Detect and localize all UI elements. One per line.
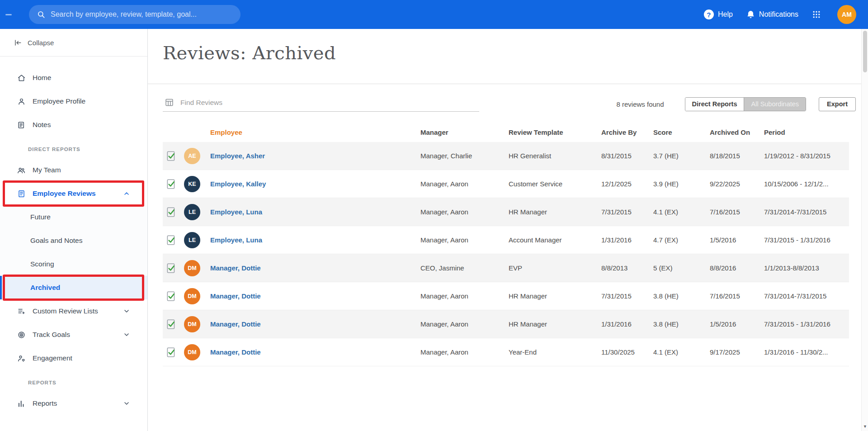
header-employee: Employee (210, 128, 420, 136)
employee-link[interactable]: Manager, Dottie (210, 348, 261, 356)
sidebar-item-label: Custom Review Lists (33, 307, 98, 315)
archive-by-cell: 7/31/2015 (601, 208, 653, 216)
find-reviews-field[interactable] (163, 96, 479, 112)
employee-link[interactable]: Employee, Luna (210, 208, 262, 216)
archived-on-cell: 1/5/2016 (710, 320, 764, 328)
sidebar-item-employee-profile[interactable]: Employee Profile (0, 90, 147, 113)
sidebar-item-label: My Team (33, 166, 61, 174)
sidebar-item-label: Employee Reviews (33, 189, 96, 198)
sidebar-item-employee-reviews[interactable]: Employee Reviews (0, 182, 147, 205)
table-row[interactable]: DM Manager, Dottie Manager, Aaron HR Man… (163, 282, 849, 310)
sidebar: Collapse Home Employee Profile Notes DIR… (0, 29, 148, 431)
notifications-button[interactable]: Notifications (746, 10, 798, 19)
collapse-arrow-icon (14, 38, 22, 47)
table-row[interactable]: KE Employee, Kalley Manager, Aaron Custo… (163, 170, 849, 198)
archive-by-cell: 1/31/2016 (601, 236, 653, 244)
sidebar-item-notes[interactable]: Notes (0, 113, 147, 137)
search-icon (37, 10, 45, 19)
employee-link[interactable]: Manager, Dottie (210, 292, 261, 300)
table-row[interactable]: AE Employee, Asher Manager, Charlie HR G… (163, 142, 849, 170)
score-cell: 5 (EX) (653, 264, 710, 272)
reviews-toolbar: 8 reviews found Direct Reports All Subor… (163, 94, 856, 114)
manager-cell: Manager, Aaron (420, 320, 509, 328)
note-icon (17, 121, 26, 129)
target-icon (17, 331, 26, 339)
chevron-up-icon (123, 190, 130, 197)
sidebar-item-label: Goals and Notes (30, 237, 82, 245)
employee-avatar: DM (184, 288, 200, 304)
sidebar-nav: Home Employee Profile Notes DIRECT REPOR… (0, 66, 147, 415)
export-button[interactable]: Export (819, 97, 856, 111)
table-row[interactable]: LE Employee, Luna Manager, Aaron Account… (163, 226, 849, 254)
section-direct-reports: DIRECT REPORTS (0, 137, 147, 158)
review-check-icon[interactable] (163, 150, 184, 162)
manager-cell: Manager, Aaron (420, 348, 509, 356)
sidebar-item-label: Home (33, 74, 51, 82)
sidebar-item-scoring[interactable]: Scoring (0, 252, 147, 276)
review-check-icon[interactable] (163, 206, 184, 218)
review-check-icon[interactable] (163, 234, 184, 246)
list-plus-icon (17, 307, 26, 316)
table-row[interactable]: DM Manager, Dottie Manager, Aaron HR Man… (163, 310, 849, 338)
table-row[interactable]: DM Manager, Dottie CEO, Jasmine EVP 8/8/… (163, 254, 849, 282)
template-cell: Year-End (509, 348, 601, 356)
table-row[interactable]: LE Employee, Luna Manager, Aaron HR Mana… (163, 198, 849, 226)
sidebar-item-my-team[interactable]: My Team (0, 158, 147, 182)
template-cell: Account Manager (509, 236, 601, 244)
template-cell: HR Manager (509, 208, 601, 216)
header-score: Score (653, 128, 710, 136)
archived-on-cell: 8/18/2015 (710, 152, 764, 160)
review-check-icon[interactable] (163, 178, 184, 190)
template-cell: HR Generalist (509, 152, 601, 160)
engagement-icon (17, 354, 26, 363)
scrollbar[interactable]: ▼ (861, 29, 868, 431)
sidebar-item-track-goals[interactable]: Track Goals (0, 323, 147, 346)
sidebar-item-label: Reports (33, 399, 57, 407)
sidebar-item-reports[interactable]: Reports (0, 392, 147, 415)
review-check-icon[interactable] (163, 262, 184, 274)
chevron-down-icon (123, 331, 130, 338)
table-row[interactable]: DM Manager, Dottie Manager, Aaron Year-E… (163, 338, 849, 366)
sidebar-item-engagement[interactable]: Engagement (0, 346, 147, 370)
employee-link[interactable]: Manager, Dottie (210, 264, 261, 272)
employee-link[interactable]: Employee, Luna (210, 236, 262, 244)
bell-icon (746, 10, 755, 19)
help-button[interactable]: ? Help (704, 9, 733, 19)
user-avatar[interactable]: AM (837, 5, 856, 24)
find-reviews-input[interactable] (180, 99, 477, 107)
review-check-icon[interactable] (163, 346, 184, 358)
template-cell: HR Manager (509, 292, 601, 300)
manager-cell: Manager, Aaron (420, 180, 509, 188)
team-icon (17, 166, 26, 175)
sidebar-item-custom-review-lists[interactable]: Custom Review Lists (0, 299, 147, 323)
review-check-icon[interactable] (163, 318, 184, 330)
employee-link[interactable]: Manager, Dottie (210, 320, 261, 328)
employee-avatar: DM (184, 344, 200, 360)
sidebar-item-label: Notes (33, 121, 51, 129)
score-cell: 3.8 (HE) (653, 320, 710, 328)
sidebar-item-label: Employee Profile (33, 97, 85, 105)
home-icon (17, 74, 26, 82)
direct-reports-toggle[interactable]: Direct Reports (685, 98, 744, 111)
employee-link[interactable]: Employee, Asher (210, 152, 265, 160)
apps-grid-button[interactable] (812, 10, 821, 19)
reviews-table: Employee Manager Review Template Archive… (163, 122, 849, 366)
review-check-icon[interactable] (163, 290, 184, 302)
global-search[interactable] (29, 5, 241, 24)
archive-by-cell: 12/1/2025 (601, 180, 653, 188)
scroll-down-arrow[interactable]: ▼ (862, 423, 868, 430)
sidebar-item-archived[interactable]: Archived (0, 276, 147, 299)
collapse-button[interactable]: Collapse (0, 29, 147, 57)
employee-link[interactable]: Employee, Kalley (210, 180, 266, 188)
archived-on-cell: 9/17/2025 (710, 348, 764, 356)
search-input[interactable] (51, 10, 232, 19)
score-cell: 4.1 (EX) (653, 348, 710, 356)
sidebar-item-goals-and-notes[interactable]: Goals and Notes (0, 229, 147, 252)
sidebar-item-future[interactable]: Future (0, 205, 147, 229)
scrollbar-thumb[interactable] (863, 31, 867, 72)
all-subordinates-toggle[interactable]: All Subordinates (744, 98, 806, 111)
section-reports: REPORTS (0, 370, 147, 392)
sidebar-item-label: Scoring (30, 260, 54, 268)
chevron-down-icon (123, 308, 130, 315)
sidebar-item-home[interactable]: Home (0, 66, 147, 90)
